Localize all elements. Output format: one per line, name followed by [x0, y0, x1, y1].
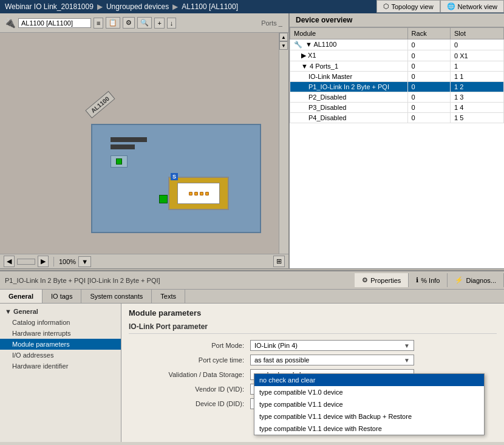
- tab-diagnostics[interactable]: ⚡ Diagnos...: [448, 273, 504, 287]
- tab-system-constants[interactable]: System constants: [81, 290, 152, 303]
- toolbar-btn-5[interactable]: +: [154, 18, 164, 29]
- green-square-indicator: [159, 195, 168, 203]
- toolbar-btn-6[interactable]: ↓: [167, 18, 177, 29]
- properties-icon: ⚙: [362, 276, 368, 284]
- row-slot: 0: [450, 39, 503, 50]
- table-row[interactable]: ▼ 4 Ports_1 0 1: [290, 61, 504, 72]
- sidebar-expand-icon: ▼: [5, 308, 12, 315]
- toolbar-btn-2[interactable]: 📋: [106, 17, 120, 29]
- table-row[interactable]: ▶ X1 0 0 X1: [290, 50, 504, 61]
- bottom-path-label: P1_IO-Link In 2 Byte + PQI [IO-Link In 2…: [0, 274, 355, 287]
- port-mode-value: IO-Link (Pin 4): [254, 342, 298, 349]
- scroll-down-btn[interactable]: ▼: [279, 41, 288, 50]
- topology-view-label: Topology view: [392, 3, 434, 10]
- validation-label: Validation / Data Storage:: [129, 371, 250, 378]
- port-cycle-dropdown[interactable]: as fast as possible ▼: [250, 355, 414, 365]
- port-mode-dropdown[interactable]: IO-Link (Pin 4) ▼: [250, 340, 414, 351]
- row-rack: 0: [407, 82, 450, 92]
- scroll-up-btn[interactable]: ▲: [279, 33, 288, 41]
- sidebar-hw-interrupts-label: Hardware interrupts: [12, 330, 71, 337]
- table-row[interactable]: P3_Disabled 0 1 4: [290, 103, 504, 113]
- row-rack: 0: [407, 92, 450, 103]
- table-row[interactable]: P2_Disabled 0 1 3: [290, 92, 504, 103]
- port-cycle-label: Port cycle time:: [129, 356, 250, 364]
- table-row[interactable]: IO-Link Master 0 1 1: [290, 72, 504, 82]
- tab-info[interactable]: ℹ % Info: [409, 273, 448, 287]
- device-inner: [111, 155, 128, 168]
- row-slot: 1 4: [450, 103, 503, 113]
- props-sidebar: ▼ General Catalog information Hardware i…: [0, 304, 121, 442]
- canvas-toolbar: 🔌 ≡ 📋 ⚙ 🔍 + ↓ Ports _: [0, 13, 288, 33]
- zoom-bar: ◀ ▶ 100% ▼ ⊞: [0, 254, 288, 268]
- port-cycle-arrow: ▼: [404, 357, 410, 364]
- dropdown-option-1[interactable]: no check and clear: [254, 374, 484, 386]
- sidebar-item-io-addresses[interactable]: I/O addresses: [0, 350, 121, 361]
- sidebar-item-module-params[interactable]: Module parameters: [0, 339, 121, 350]
- device-box[interactable]: S: [91, 124, 261, 233]
- sidebar-group-general[interactable]: ▼ General: [0, 306, 121, 317]
- option-2-label: type compatible V1.0 device: [259, 389, 343, 396]
- group-name: Ungrouped devices: [106, 2, 169, 11]
- dot-4: [205, 192, 209, 195]
- dot-2: [194, 192, 198, 195]
- tab-texts[interactable]: Texts: [152, 290, 185, 303]
- dropdown-option-2[interactable]: type compatible V1.0 device: [254, 386, 484, 398]
- device-canvas[interactable]: AL1100 S: [0, 33, 288, 254]
- device-label-rotated: AL1100: [85, 91, 115, 118]
- tab-texts-label: Texts: [160, 293, 176, 300]
- diagnostics-icon: ⚡: [455, 276, 463, 284]
- project-name: Webinar IO Link_20181009: [5, 2, 94, 11]
- props-main: Module parameters IO-Link Port parameter…: [121, 304, 504, 442]
- device-overview-table[interactable]: Module Rack Slot 🔧 ▼ AL1100 0: [290, 27, 504, 268]
- sidebar-item-hw-identifier[interactable]: Hardware identifier: [0, 361, 121, 372]
- dropdown-option-3[interactable]: type compatible V1.1 device: [254, 398, 484, 410]
- tree-icon: 🔧: [294, 41, 302, 48]
- topology-icon: ⬡: [383, 2, 389, 10]
- device-icon: 🔌: [4, 17, 16, 29]
- section-title: Module parameters: [129, 308, 497, 318]
- zoom-prev-btn[interactable]: ◀: [4, 256, 15, 267]
- module-component[interactable]: S: [168, 177, 229, 210]
- tab-properties[interactable]: ⚙ Properties: [355, 273, 409, 287]
- dot-1: [189, 192, 192, 195]
- row-icon-expand: ▼: [301, 63, 308, 70]
- option-4-label: type compatible V1.1 device with Backup …: [259, 413, 412, 420]
- toolbar-btn-4[interactable]: 🔍: [137, 17, 152, 29]
- dropdown-option-4[interactable]: type compatible V1.1 device with Backup …: [254, 410, 484, 423]
- port-mode-arrow: ▼: [404, 342, 410, 349]
- zoom-level-display: 100%: [59, 258, 76, 265]
- network-view-label: Network view: [458, 3, 497, 10]
- topology-view-button[interactable]: ⬡ Topology view: [376, 0, 440, 13]
- device-name-input[interactable]: [18, 18, 91, 28]
- tab-general[interactable]: General: [0, 290, 43, 303]
- dropdown-option-5[interactable]: type compatible V1.1 device with Restore: [254, 423, 484, 435]
- zoom-next-btn[interactable]: ▶: [38, 256, 49, 267]
- row-name: P2_Disabled: [308, 93, 346, 101]
- table-row[interactable]: 🔧 ▼ AL1100 0 0: [290, 39, 504, 50]
- zoom-dropdown-btn[interactable]: ▼: [78, 256, 91, 267]
- row-rack: 0: [407, 103, 450, 113]
- row-name: IO-Link Master: [308, 73, 352, 80]
- subsection-title: IO-Link Port parameter: [129, 322, 497, 334]
- toolbar-btn-1[interactable]: ≡: [94, 18, 103, 29]
- view-buttons: ⬡ Topology view 🌐 Network view: [376, 0, 505, 13]
- toolbar-btn-3[interactable]: ⚙: [123, 17, 135, 29]
- layout-btn[interactable]: ⊞: [273, 256, 285, 267]
- network-view-button[interactable]: 🌐 Network view: [440, 0, 504, 13]
- col-header-module: Module: [290, 28, 408, 39]
- canvas-scrollbar[interactable]: ▲ ▼: [279, 33, 288, 254]
- row-rack: 0: [407, 113, 450, 123]
- module-dots: [189, 192, 209, 195]
- module-inner: [177, 183, 220, 204]
- table-row[interactable]: P4_Disabled 0 1 5: [290, 113, 504, 123]
- tab-io-tags[interactable]: IO tags: [43, 290, 81, 303]
- scroll-thumb[interactable]: [17, 259, 35, 265]
- sidebar-item-hw-interrupts[interactable]: Hardware interrupts: [0, 328, 121, 339]
- status-led: [116, 158, 122, 165]
- row-name: P4_Disabled: [308, 114, 346, 121]
- props-tabs: General IO tags System constants Texts: [0, 290, 504, 304]
- table-row-selected[interactable]: P1_IO-Link In 2 Byte + PQI 0 1 2: [290, 82, 504, 92]
- device-overview-header: Device overview: [290, 13, 504, 27]
- device-canvas-panel: 🔌 ≡ 📋 ⚙ 🔍 + ↓ Ports _ AL1100: [0, 13, 288, 268]
- sidebar-item-catalog[interactable]: Catalog information: [0, 317, 121, 328]
